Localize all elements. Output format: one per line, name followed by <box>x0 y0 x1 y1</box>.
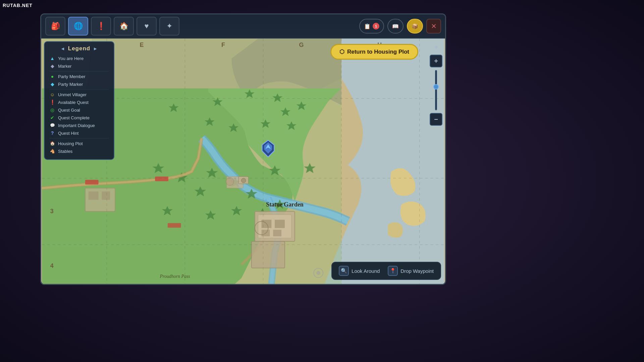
look-around-icon: 🔍 <box>339 266 349 276</box>
tab-home[interactable]: 🏠 <box>114 17 134 36</box>
unmet-villager-label: Unmet Villager <box>58 92 87 97</box>
marker-icon: ◆ <box>49 63 55 69</box>
chest-button[interactable]: 📦 <box>407 19 423 34</box>
available-quest-label: Available Quest <box>58 100 89 105</box>
svg-rect-40 <box>102 191 110 200</box>
close-button[interactable]: ✕ <box>426 19 441 34</box>
svg-rect-31 <box>275 220 285 228</box>
tab-map[interactable]: 🌐 <box>68 17 88 36</box>
legend-item-marker: ◆ Marker <box>49 63 109 69</box>
zoom-in-button[interactable]: + <box>430 55 442 67</box>
zoom-out-button[interactable]: − <box>430 113 442 126</box>
return-to-housing-plot-button[interactable]: ⬡ Return to Housing Plot <box>330 44 418 60</box>
toolbar: 🎒 🌐 ❗ 🏠 ♥ ✦ 📋 1 📖 📦 ✕ <box>41 14 445 39</box>
legend-item-available-quest: ❗ Available Quest <box>49 99 109 105</box>
svg-rect-26 <box>155 177 168 181</box>
svg-rect-35 <box>252 241 285 268</box>
available-quest-icon: ❗ <box>49 99 55 105</box>
tab-guild[interactable]: ✦ <box>159 17 179 36</box>
legend-item-important-dialogue: 💬 Important Dialogue <box>49 122 109 128</box>
legend-item-unmet-villager: ☺ Unmet Villager <box>49 92 109 98</box>
map-area[interactable]: E F G H 2 3 4 <box>41 39 445 284</box>
legend-title-text: Legend <box>68 45 90 52</box>
notes-icon: 📋 <box>364 23 371 29</box>
tome-icon: 📖 <box>392 23 399 29</box>
look-around-label: Look Around <box>352 268 380 274</box>
tab-quest[interactable]: ❗ <box>91 17 111 36</box>
housing-plot-icon: 🏠 <box>49 140 55 146</box>
you-are-here-label: You are Here <box>58 56 84 61</box>
drop-waypoint-label: Drop Waypoint <box>400 268 434 274</box>
legend-title: ◄ Legend ► <box>49 45 109 52</box>
quest-complete-label: Quest Complete <box>58 115 90 120</box>
legend-item-quest-hint: ? Quest Hint <box>49 130 109 136</box>
unmet-villager-icon: ☺ <box>49 92 55 98</box>
zoom-controls: ✦ + − <box>430 41 442 126</box>
quest-hint-label: Quest Hint <box>58 131 78 136</box>
svg-text:Statue Garden: Statue Garden <box>266 201 304 208</box>
svg-text:3: 3 <box>50 208 54 215</box>
party-member-icon: ● <box>49 73 55 79</box>
legend-item-quest-complete: ✔ Quest Complete <box>49 115 109 121</box>
quest-goal-label: Quest Goal <box>58 108 80 113</box>
svg-rect-27 <box>168 223 181 228</box>
housing-plot-label: Housing Plot <box>58 141 83 146</box>
party-member-label: Party Member <box>58 74 86 79</box>
legend-item-housing-plot: 🏠 Housing Plot <box>49 140 109 146</box>
return-label: Return to Housing Plot <box>347 49 409 55</box>
chest-icon: 📦 <box>412 23 418 29</box>
look-around-control: 🔍 Look Around <box>339 266 380 276</box>
legend-right-arrow[interactable]: ► <box>93 46 98 51</box>
legend-left-arrow[interactable]: ◄ <box>60 46 65 51</box>
svg-text:G: G <box>299 42 304 48</box>
return-icon: ⬡ <box>339 48 344 55</box>
party-marker-icon: ◆ <box>49 81 55 87</box>
close-icon: ✕ <box>431 22 437 30</box>
quest-complete-icon: ✔ <box>49 115 55 121</box>
notes-badge: 1 <box>373 23 379 29</box>
you-are-here-icon: ▲ <box>49 55 55 61</box>
important-dialogue-icon: 💬 <box>49 122 55 128</box>
tab-heart[interactable]: ♥ <box>137 17 157 36</box>
quest-hint-icon: ? <box>49 130 55 136</box>
svg-text:Proudhorn Pass: Proudhorn Pass <box>160 274 190 279</box>
legend-divider-1 <box>49 71 109 71</box>
svg-text:F: F <box>221 42 225 48</box>
legend-item-quest-goal: ◎ Quest Goal <box>49 107 109 113</box>
svg-point-59 <box>316 271 320 275</box>
stables-label: Stables <box>58 149 72 154</box>
bottom-bar: 🔍 Look Around 📍 Drop Waypoint <box>331 262 441 280</box>
legend-divider-3 <box>49 138 109 138</box>
quest-goal-icon: ◎ <box>49 107 55 113</box>
toolbar-right: 📋 1 📖 📦 ✕ <box>359 19 441 34</box>
svg-rect-33 <box>273 230 281 236</box>
svg-point-57 <box>241 178 246 183</box>
important-dialogue-label: Important Dialogue <box>58 123 95 128</box>
drop-waypoint-icon: 📍 <box>388 266 398 276</box>
svg-point-37 <box>226 178 234 186</box>
tab-backpack[interactable]: 🎒 <box>45 17 65 36</box>
drop-waypoint-control: 📍 Drop Waypoint <box>388 266 434 276</box>
notes-button[interactable]: 📋 1 <box>359 19 384 34</box>
app-label: RUTAB.NET <box>3 3 33 8</box>
svg-text:4: 4 <box>50 262 54 269</box>
compass-icon: ✦ <box>430 41 442 53</box>
legend-item-party-member: ● Party Member <box>49 73 109 79</box>
tome-button[interactable]: 📖 <box>387 19 404 34</box>
marker-label: Marker <box>58 64 71 69</box>
legend-panel: ◄ Legend ► ▲ You are Here ◆ Marker ● Par… <box>44 41 114 160</box>
stables-icon: 🐴 <box>49 148 55 154</box>
legend-item-stables: 🐴 Stables <box>49 148 109 154</box>
main-window: 🎒 🌐 ❗ 🏠 ♥ ✦ 📋 1 📖 📦 ✕ <box>40 13 446 285</box>
legend-divider-2 <box>49 89 109 89</box>
zoom-slider-thumb[interactable] <box>433 84 439 89</box>
svg-rect-25 <box>85 180 99 185</box>
svg-rect-39 <box>89 191 99 200</box>
legend-item-you-are-here: ▲ You are Here <box>49 55 109 61</box>
party-marker-label: Party Marker <box>58 82 83 87</box>
legend-item-party-marker: ◆ Party Marker <box>49 81 109 87</box>
svg-text:E: E <box>140 42 144 48</box>
zoom-slider-track[interactable] <box>435 70 437 110</box>
